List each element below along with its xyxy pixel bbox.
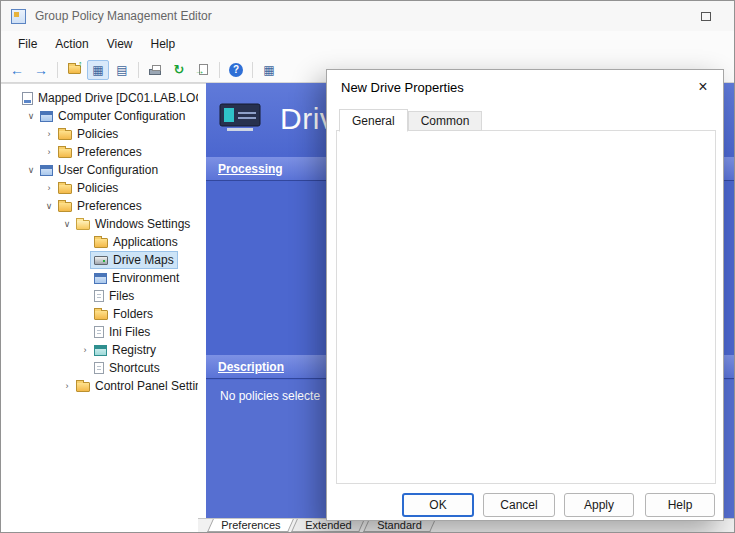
- gpo-root-icon: [22, 92, 33, 105]
- tree-item-computer-configuration[interactable]: ∨Computer Configuration: [1, 107, 198, 125]
- tree-item-label: Folders: [113, 307, 153, 321]
- forward-button[interactable]: →: [30, 60, 52, 80]
- expander-icon[interactable]: ∨: [25, 165, 37, 175]
- tree-item-label: User Configuration: [58, 163, 158, 177]
- tree-item-user-preferences[interactable]: ∨Preferences: [1, 197, 198, 215]
- tree-item-computer-policies[interactable]: ›Policies: [1, 125, 198, 143]
- tree-item-label: Computer Configuration: [58, 109, 185, 123]
- folder-icon: [94, 238, 108, 248]
- tree-item-user-policies[interactable]: ›Policies: [1, 179, 198, 197]
- expander-icon[interactable]: ∨: [25, 111, 37, 121]
- help-dialog-button[interactable]: Help: [645, 493, 715, 517]
- no-policies-text: No policies selecte: [220, 389, 320, 403]
- registry-icon: [94, 345, 107, 356]
- expander-icon[interactable]: ∨: [43, 201, 55, 211]
- user-configuration-icon: [40, 165, 53, 176]
- help-button[interactable]: ?: [225, 60, 247, 80]
- folder-icon: [58, 148, 72, 158]
- folder-icon: [58, 202, 72, 212]
- cancel-button[interactable]: Cancel: [483, 493, 555, 517]
- new-drive-properties-dialog: New Drive Properties × General Common Ac…: [326, 69, 724, 521]
- gpme-window: Group Policy Management Editor File Acti…: [0, 0, 735, 533]
- window-title: Group Policy Management Editor: [35, 9, 212, 23]
- tree-item-registry[interactable]: ›Registry: [1, 341, 198, 359]
- tree-item-folders[interactable]: Folders: [1, 305, 198, 323]
- view-menu-icon: ▦: [263, 64, 274, 76]
- tree-item-mapped-drive[interactable]: Mapped Drive [DC01.LAB.LOCA: [1, 89, 198, 107]
- ini-files-icon: [94, 326, 104, 338]
- tree-item-shortcuts[interactable]: Shortcuts: [1, 359, 198, 377]
- folder-icon: [58, 184, 72, 194]
- export-list-button[interactable]: [192, 60, 214, 80]
- dialog-title: New Drive Properties: [341, 80, 464, 95]
- open-folder-icon: [76, 220, 90, 230]
- export-list-icon: [199, 64, 208, 75]
- tab-general[interactable]: General: [339, 109, 408, 132]
- tree-item-label: Applications: [113, 235, 178, 249]
- refresh-button[interactable]: ↻: [168, 60, 190, 80]
- tree-item-label: Windows Settings: [95, 217, 190, 231]
- toolbar-separator: [219, 62, 220, 78]
- tab-common[interactable]: Common: [408, 111, 483, 131]
- tree-item-label: Mapped Drive [DC01.LAB.LOCA: [38, 91, 198, 105]
- tree-item-label: Files: [109, 289, 134, 303]
- expander-icon[interactable]: ›: [43, 183, 55, 193]
- tree-item-label: Preferences: [77, 199, 142, 213]
- menu-file[interactable]: File: [9, 33, 46, 55]
- menu-help[interactable]: Help: [142, 33, 185, 55]
- back-icon: ←: [10, 63, 24, 77]
- print-button[interactable]: [144, 60, 166, 80]
- toolbar-separator: [252, 62, 253, 78]
- folder-icon: [58, 130, 72, 140]
- dialog-close-button[interactable]: ×: [691, 75, 715, 99]
- expander-icon[interactable]: ›: [43, 147, 55, 157]
- toolbar-separator: [57, 62, 58, 78]
- tree-item-files[interactable]: Files: [1, 287, 198, 305]
- menu-view[interactable]: View: [98, 33, 142, 55]
- description-link[interactable]: Description: [218, 360, 284, 374]
- tree-item-windows-settings[interactable]: ∨Windows Settings: [1, 215, 198, 233]
- refresh-icon: ↻: [174, 63, 185, 76]
- console-tree: Mapped Drive [DC01.LAB.LOCA ∨Computer Co…: [1, 83, 198, 532]
- app-icon: [11, 9, 26, 24]
- back-button[interactable]: ←: [6, 60, 28, 80]
- tree-item-label: Shortcuts: [109, 361, 160, 375]
- panel-splitter[interactable]: [198, 83, 206, 518]
- tree-item-environment[interactable]: Environment: [1, 269, 198, 287]
- ok-button[interactable]: OK: [402, 493, 474, 517]
- tree-item-user-configuration[interactable]: ∨User Configuration: [1, 161, 198, 179]
- environment-icon: [94, 273, 107, 284]
- view-menu-button[interactable]: ▦: [258, 60, 280, 80]
- tree-item-label: Policies: [77, 127, 118, 141]
- tree-item-control-panel-settings[interactable]: ›Control Panel Setting: [1, 377, 198, 395]
- tree-item-drive-maps[interactable]: Drive Maps: [1, 251, 198, 269]
- processing-link[interactable]: Processing: [218, 162, 283, 176]
- expander-icon[interactable]: ›: [61, 381, 73, 391]
- apply-button[interactable]: Apply: [564, 493, 634, 517]
- tree-item-applications[interactable]: Applications: [1, 233, 198, 251]
- toolbar-separator: [138, 62, 139, 78]
- help-icon: ?: [229, 63, 243, 77]
- tree-item-label: Preferences: [77, 145, 142, 159]
- maximize-button[interactable]: [694, 6, 718, 26]
- tree-item-label: Drive Maps: [113, 253, 174, 267]
- tree-item-computer-preferences[interactable]: ›Preferences: [1, 143, 198, 161]
- drive-maps-large-icon: [218, 100, 264, 139]
- expander-icon[interactable]: ›: [79, 345, 91, 355]
- expander-icon[interactable]: ∨: [61, 219, 73, 229]
- tab-preferences[interactable]: Preferences: [207, 519, 294, 532]
- shortcuts-icon: [94, 362, 104, 374]
- forward-icon: →: [34, 63, 48, 77]
- files-icon: [94, 290, 104, 302]
- properties-button[interactable]: ▤: [111, 60, 133, 80]
- show-console-tree-button[interactable]: ▦: [87, 60, 109, 80]
- tab-label: Preferences: [211, 519, 290, 531]
- menu-action[interactable]: Action: [46, 33, 97, 55]
- maximize-icon: [701, 12, 711, 21]
- console-tree-icon: ▦: [92, 64, 103, 76]
- expander-icon[interactable]: ›: [43, 129, 55, 139]
- tree-item-ini-files[interactable]: Ini Files: [1, 323, 198, 341]
- up-one-level-button[interactable]: [63, 60, 85, 80]
- folder-icon: [76, 382, 90, 392]
- general-tab-page: [336, 130, 716, 484]
